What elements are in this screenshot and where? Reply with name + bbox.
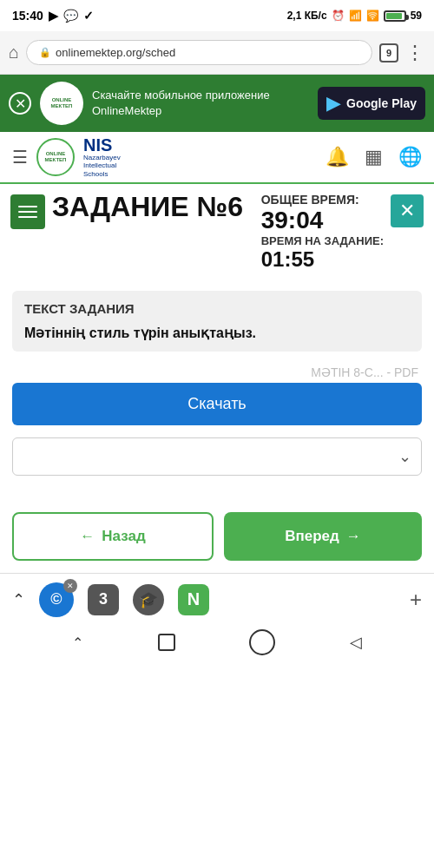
google-play-button[interactable]: ▶ Google Play bbox=[318, 87, 425, 120]
grid-icon[interactable]: ▦ bbox=[365, 146, 383, 168]
task-menu-toggle-button[interactable] bbox=[10, 194, 45, 229]
alarm-icon: ⏰ bbox=[332, 10, 345, 22]
lock-icon: 🔒 bbox=[39, 47, 51, 58]
check-icon: ✓ bbox=[83, 9, 94, 23]
task-time-value: 01:55 bbox=[261, 247, 384, 272]
url-text: onlinemektep.org/sched bbox=[56, 46, 175, 59]
home-button[interactable] bbox=[249, 629, 275, 655]
message-icon: 💬 bbox=[63, 9, 78, 23]
nis-text: NIS bbox=[83, 136, 112, 154]
back-button[interactable]: ← Назад bbox=[12, 512, 214, 561]
nav-bar: ☰ ONLINEМЕКТЕП NIS NazarbayevIntellectua… bbox=[0, 132, 434, 184]
total-time-label: ОБЩЕЕ ВРЕМЯ: bbox=[261, 193, 384, 207]
back-label: Назад bbox=[102, 528, 145, 545]
home-bar: ⌃ ◁ bbox=[0, 625, 434, 660]
close-task-button[interactable]: ✕ bbox=[391, 194, 424, 227]
app-icon-3-label: 🎓 bbox=[139, 590, 158, 609]
app-icon-1-label: © bbox=[50, 590, 62, 608]
navigation-buttons: ← Назад Вперед → bbox=[0, 495, 434, 573]
forward-arrow-icon: → bbox=[346, 528, 361, 545]
total-time-value: 39:04 bbox=[261, 207, 384, 234]
app-download-banner: ✕ ONLINEМЕКТЕП Скачайте мобильное прилож… bbox=[0, 75, 434, 132]
task-question: Мәтіннің стиль түрін анықтаңыз. bbox=[24, 325, 410, 341]
signal-icon: 📶 bbox=[349, 10, 362, 22]
back-nav-icon[interactable]: ◁ bbox=[350, 633, 362, 652]
more-menu-icon[interactable]: ⋮ bbox=[405, 42, 425, 64]
timer-block: ОБЩЕЕ ВРЕМЯ: 39:04 ВРЕМЯ НА ЗАДАНИЕ: 01:… bbox=[261, 193, 384, 272]
nis-logo: NIS NazarbayevIntellectualSchools bbox=[83, 136, 121, 179]
online-mektep-nav-logo: ONLINEМЕКТЕП bbox=[36, 138, 75, 176]
task-title: ЗАДАНИЕ №6 bbox=[52, 193, 254, 220]
banner-text: Скачайте мобильное приложение OnlineMekt… bbox=[92, 88, 309, 119]
status-bar: 15:40 ▶ 💬 ✓ 2,1 КБ/с ⏰ 📶 🛜 59 bbox=[0, 0, 434, 31]
app-icon-1[interactable]: © ✕ bbox=[39, 582, 74, 617]
task-text-box: ТЕКСТ ЗАДАНИЯ Мәтіннің стиль түрін анықт… bbox=[12, 291, 422, 352]
bottom-taskbar: ⌃ © ✕ 3 🎓 N + bbox=[0, 573, 434, 625]
app-icon-4-label: N bbox=[187, 589, 200, 609]
battery-level: 59 bbox=[411, 10, 422, 22]
task-time-label: ВРЕМЯ НА ЗАДАНИЕ: bbox=[261, 234, 384, 247]
time-display: 15:40 bbox=[12, 9, 43, 23]
app-icon-2[interactable]: 3 bbox=[88, 584, 119, 615]
play-store-arrow-icon: ▶ bbox=[326, 92, 341, 115]
nav-action-icons: 🔔 ▦ 🌐 bbox=[326, 146, 422, 168]
google-play-label: Google Play bbox=[346, 95, 417, 111]
recent-apps-icon[interactable] bbox=[158, 634, 175, 651]
app-icon-1-close[interactable]: ✕ bbox=[63, 579, 77, 593]
download-button[interactable]: Скачать bbox=[12, 383, 422, 425]
forward-label: Вперед bbox=[285, 528, 339, 545]
address-bar[interactable]: 🔒 onlinemektep.org/sched bbox=[26, 40, 372, 65]
task-title-block: ЗАДАНИЕ №6 bbox=[52, 193, 254, 220]
nis-subtitle: NazarbayevIntellectualSchools bbox=[83, 154, 121, 179]
online-mektep-logo-small: ONLINEМЕКТЕП bbox=[40, 82, 83, 125]
home-icon[interactable]: ⌂ bbox=[9, 43, 19, 62]
speed-display: 2,1 КБ/с bbox=[287, 10, 327, 22]
notification-icon[interactable]: 🔔 bbox=[326, 146, 349, 168]
globe-icon[interactable]: 🌐 bbox=[398, 146, 422, 168]
app-icon-3[interactable]: 🎓 bbox=[133, 584, 164, 615]
youtube-icon: ▶ bbox=[49, 9, 58, 23]
taskbar-caret-icon[interactable]: ⌃ bbox=[12, 590, 25, 609]
pdf-file-label: МӘТІН 8-С... - PDF bbox=[12, 365, 422, 379]
pdf-section: МӘТІН 8-С... - PDF Скачать bbox=[12, 365, 422, 425]
back-arrow-icon: ← bbox=[80, 528, 95, 545]
app-icon-2-label: 3 bbox=[99, 590, 108, 608]
forward-button[interactable]: Вперед → bbox=[224, 512, 422, 561]
task-section-label: ТЕКСТ ЗАДАНИЯ bbox=[24, 301, 410, 316]
add-app-icon[interactable]: + bbox=[410, 588, 422, 612]
task-body: ТЕКСТ ЗАДАНИЯ Мәтіннің стиль түрін анықт… bbox=[0, 280, 434, 486]
tab-count-badge[interactable]: 9 bbox=[379, 43, 398, 62]
answer-select[interactable] bbox=[12, 437, 422, 476]
answer-select-wrapper: ⌄ bbox=[12, 437, 422, 476]
hamburger-menu-icon[interactable]: ☰ bbox=[12, 147, 28, 168]
wifi-icon: 🛜 bbox=[366, 10, 379, 22]
browser-bar: ⌂ 🔒 onlinemektep.org/sched 9 ⋮ bbox=[0, 31, 434, 75]
app-icon-4[interactable]: N bbox=[178, 584, 209, 615]
task-header: ЗАДАНИЕ №6 ОБЩЕЕ ВРЕМЯ: 39:04 ВРЕМЯ НА З… bbox=[0, 184, 434, 280]
battery-icon bbox=[384, 10, 406, 22]
banner-close-button[interactable]: ✕ bbox=[9, 92, 31, 115]
expand-icon[interactable]: ⌃ bbox=[72, 635, 83, 651]
